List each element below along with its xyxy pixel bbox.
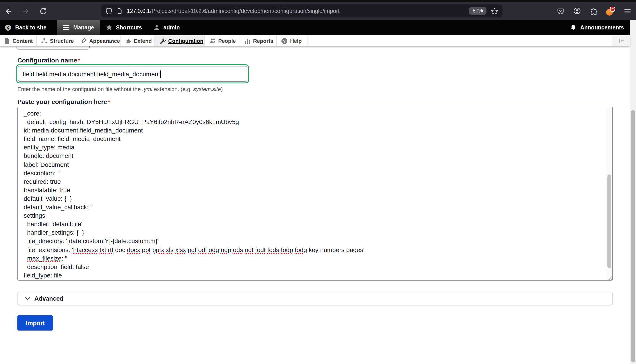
- tracking-shield-icon[interactable]: [105, 7, 113, 14]
- menu-item-configuration[interactable]: Configuration: [155, 35, 205, 46]
- yaml-line: entity_type: media: [24, 144, 606, 152]
- shortcuts-star-icon: [106, 24, 112, 31]
- url-bar[interactable]: 127.0.0.1/Projects/drupal-10.2.6/admin/c…: [101, 4, 502, 18]
- menu-item-label: Structure: [50, 38, 74, 44]
- advanced-label: Advanced: [34, 295, 63, 302]
- page-scrollbar-thumb[interactable]: [631, 110, 635, 362]
- configuration-wrench-icon: [159, 38, 166, 44]
- url-host: 127.0.0.1: [127, 8, 150, 14]
- back-button[interactable]: [5, 7, 13, 15]
- help-question-icon: ?: [281, 38, 287, 44]
- content-file-icon: [5, 38, 10, 44]
- drupal-admin-menu: Content Structure Appearance Extend Conf…: [0, 35, 630, 46]
- menu-item-appearance[interactable]: Appearance: [76, 35, 121, 46]
- page-info-icon[interactable]: [116, 8, 123, 14]
- bell-icon: [570, 24, 577, 31]
- back-arrow-icon: [5, 7, 13, 15]
- yaml-line: bundle: document: [24, 152, 606, 160]
- reload-icon: [39, 7, 47, 15]
- configuration-name-focus-ring: field.field.media.document.field_media_d…: [16, 64, 249, 84]
- bookmark-button[interactable]: [491, 7, 498, 14]
- configuration-name-input[interactable]: field.field.media.document.field_media_d…: [18, 66, 247, 82]
- configuration-type-select-cutoff[interactable]: [17, 46, 90, 50]
- menu-item-label: Content: [13, 38, 33, 44]
- puzzle-icon: [589, 7, 598, 15]
- chevron-down-icon: [25, 297, 30, 300]
- menu-item-label: Configuration: [168, 38, 203, 44]
- shortcuts-label: Shortcuts: [116, 24, 142, 30]
- menu-item-content[interactable]: Content: [0, 35, 37, 46]
- yml-extension-text: .yml: [142, 86, 152, 92]
- text-caret: [161, 70, 161, 78]
- yaml-line: file_extensions: 'htaccess txt rtf doc d…: [24, 246, 606, 254]
- back-to-site-icon: [5, 24, 12, 31]
- announcements-tab[interactable]: Announcements: [564, 20, 630, 35]
- toolbar-orientation-button[interactable]: [612, 35, 630, 46]
- extensions-button[interactable]: [589, 7, 598, 15]
- resize-grip-icon: [606, 275, 612, 280]
- pocket-icon: [556, 7, 564, 15]
- pocket-button[interactable]: [556, 7, 564, 15]
- menu-item-reports[interactable]: Reports: [240, 35, 277, 46]
- menu-item-extend[interactable]: Extend: [121, 35, 155, 46]
- textarea-resize-grip[interactable]: [606, 274, 612, 280]
- menu-spacer: [308, 35, 612, 46]
- manage-tab[interactable]: Manage: [57, 20, 100, 35]
- adblock-extension-button[interactable]: [606, 6, 615, 16]
- menu-item-structure[interactable]: Structure: [37, 35, 76, 46]
- menu-item-people[interactable]: People: [205, 35, 240, 46]
- textarea-scrollbar-thumb[interactable]: [607, 174, 611, 268]
- people-icon: [209, 38, 216, 44]
- yaml-line: handler_settings: { }: [24, 228, 606, 237]
- user-icon: [154, 24, 160, 30]
- yaml-line: description_field: false: [24, 262, 606, 271]
- paste-configuration-label-text: Paste your configuration here: [18, 98, 107, 105]
- configuration-name-label: Configuration name*: [18, 57, 80, 64]
- reload-button[interactable]: [39, 7, 47, 15]
- description-text: Enter the name of the configuration file…: [18, 86, 142, 92]
- description-text: ): [221, 86, 223, 92]
- account-button[interactable]: [573, 7, 581, 15]
- import-button[interactable]: Import: [18, 316, 53, 330]
- yaml-line: label: Document: [24, 160, 606, 169]
- appearance-brush-icon: [81, 38, 87, 44]
- menu-button[interactable]: [623, 7, 631, 15]
- admin-user-label: admin: [163, 24, 180, 30]
- manage-label: Manage: [73, 24, 94, 30]
- yaml-line: required: true: [24, 178, 606, 186]
- textarea-scrollbar-track[interactable]: [606, 108, 612, 280]
- yaml-line: settings:: [24, 212, 606, 220]
- url-text: 127.0.0.1/Projects/drupal-10.2.6/admin/c…: [127, 8, 339, 14]
- yaml-line: field_name: field_media_document: [24, 135, 606, 144]
- url-path: /Projects/drupal-10.2.6/admin/config/dev…: [150, 8, 339, 14]
- menu-item-label: Help: [290, 38, 302, 44]
- blocked-badge-icon: [610, 7, 615, 11]
- shortcuts-tab[interactable]: Shortcuts: [100, 20, 148, 35]
- hamburger-icon: [624, 8, 631, 14]
- account-icon: [573, 7, 581, 15]
- advanced-details[interactable]: Advanced: [18, 292, 613, 305]
- back-to-site-link[interactable]: Back to site: [0, 20, 52, 35]
- configuration-name-value: field.field.media.document.field_media_d…: [23, 70, 160, 78]
- zoom-level-badge[interactable]: 80%: [469, 7, 486, 15]
- collapse-left-icon: [617, 38, 625, 44]
- browser-toolbar: 127.0.0.1/Projects/drupal-10.2.6/admin/c…: [0, 2, 636, 20]
- forward-button[interactable]: [22, 7, 30, 15]
- screen: 127.0.0.1/Projects/drupal-10.2.6/admin/c…: [0, 0, 636, 364]
- manage-menu-icon: [63, 25, 70, 30]
- yaml-line: file_directory: '[date:custom:Y]-[date:c…: [24, 237, 606, 246]
- forward-arrow-icon: [22, 7, 30, 15]
- admin-user-tab[interactable]: admin: [148, 20, 186, 35]
- reports-chart-icon: [245, 38, 250, 44]
- menu-item-help[interactable]: ? Help: [277, 35, 308, 46]
- yaml-line: field_type: file: [24, 271, 606, 280]
- yaml-line: default_value: { }: [24, 194, 606, 203]
- drupal-admin-toolbar: Back to site Manage Shortcuts admin Anno…: [0, 20, 630, 35]
- extend-puzzle-icon: [125, 38, 131, 44]
- yaml-line: translatable: true: [24, 186, 606, 194]
- menu-item-label: People: [218, 38, 236, 44]
- svg-text:?: ?: [283, 38, 286, 43]
- paste-configuration-label: Paste your configuration here*: [18, 98, 110, 105]
- configuration-textarea[interactable]: _core: default_config_hash: DY5HtJTxUjFR…: [18, 106, 613, 280]
- configuration-textarea-content: _core: default_config_hash: DY5HtJTxUjFR…: [18, 107, 606, 280]
